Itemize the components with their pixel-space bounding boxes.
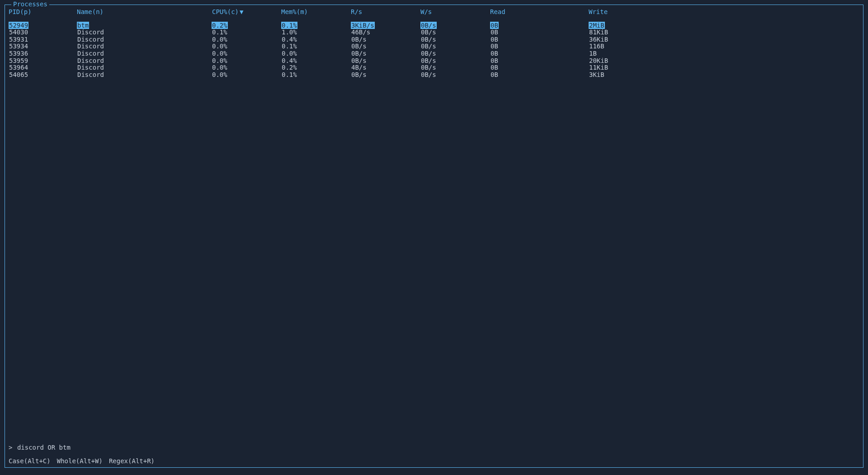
table-row[interactable]: 53959Discord0.0%0.4%0B/s0B/s0B20KiB [7,57,861,65]
cell-name: btm [77,22,212,29]
cell-read: 0B [490,57,589,64]
cell-ws: 0B/s [420,50,490,57]
table-row[interactable]: 53934Discord0.0%0.1%0B/s0B/s0B116B [7,43,861,50]
header-rs[interactable]: R/s [351,9,420,15]
search-input[interactable]: discord OR btm [17,444,71,451]
cell-read: 0B [490,22,589,29]
cell-cpu: 0.1% [212,29,281,36]
cell-mem: 0.4% [281,57,351,64]
header-write[interactable]: Write [589,9,670,15]
cell-pid: 53964 [7,64,77,71]
cell-pid: 53936 [7,50,77,57]
cell-cpu: 0.0% [212,50,281,57]
cell-ws: 0B/s [420,64,490,71]
cell-cpu: 0.0% [212,71,281,78]
cell-read: 0B [490,71,589,78]
cell-read: 0B [490,36,589,43]
cell-cpu: 0.0% [212,64,281,71]
cell-rs: 3KiB/s [351,22,420,29]
cell-write: 3KiB [589,71,670,78]
cell-cpu: 0.2% [212,22,281,29]
panel-title: Processes [11,1,49,8]
header-ws[interactable]: W/s [420,9,490,15]
cell-name: Discord [77,43,212,50]
table-row[interactable]: 53931Discord0.0%0.4%0B/s0B/s0B36KiB [7,36,861,43]
cell-pid: 54030 [7,29,77,36]
cell-name: Discord [77,36,212,43]
header-mem[interactable]: Mem%(m) [281,9,351,15]
cell-name: Discord [77,57,212,64]
cell-read: 0B [490,64,589,71]
search-prompt-icon: > [9,444,12,451]
cell-ws: 0B/s [420,57,490,64]
cell-ws: 0B/s [420,71,490,78]
cell-mem: 0.1% [281,71,351,78]
cell-write: 20KiB [589,57,670,64]
cell-mem: 0.0% [281,50,351,57]
cell-rs: 46B/s [351,29,420,36]
cell-name: Discord [77,50,212,57]
header-pid[interactable]: PID(p) [7,9,77,15]
cell-rs: 0B/s [351,71,420,78]
cell-pid: 52949 [7,22,77,29]
cell-pid: 53959 [7,57,77,64]
cell-rs: 0B/s [351,57,420,64]
table-row[interactable]: 54030Discord0.1%1.0%46B/s0B/s0B81KiB [7,29,861,36]
cell-cpu: 0.0% [212,57,281,64]
cell-rs: 4B/s [351,64,420,71]
cell-mem: 0.4% [281,36,351,43]
option-whole[interactable]: Whole(Alt+W) [57,457,103,465]
cell-rs: 0B/s [351,43,420,50]
cell-mem: 0.2% [281,64,351,71]
cell-cpu: 0.0% [212,36,281,43]
option-case[interactable]: Case(Alt+C) [9,457,51,465]
cell-write: 116B [589,43,670,50]
table-row[interactable]: 53936Discord0.0%0.0%0B/s0B/s0B1B [7,50,861,57]
cell-name: Discord [77,29,212,36]
header-name[interactable]: Name(n) [77,9,212,15]
process-table: PID(p)Name(n)CPU%(c)▼Mem%(m)R/sW/sReadWr… [7,9,861,78]
table-row[interactable]: 53964Discord0.0%0.2%4B/s0B/s0B11KiB [7,64,861,71]
cell-rs: 0B/s [351,36,420,43]
header-cpu[interactable]: CPU%(c)▼ [212,9,281,15]
cell-name: Discord [77,71,212,78]
cell-ws: 0B/s [420,36,490,43]
table-row[interactable]: 52949btm0.2%0.1%3KiB/s0B/s0B2MiB [7,22,861,29]
cell-ws: 0B/s [420,22,490,29]
header-read[interactable]: Read [490,9,589,15]
cell-write: 1B [589,50,670,57]
cell-write: 36KiB [589,36,670,43]
table-header-row: PID(p)Name(n)CPU%(c)▼Mem%(m)R/sW/sReadWr… [7,9,861,16]
cell-write: 11KiB [589,64,670,71]
search-line[interactable]: > discord OR btm [9,444,71,451]
cell-read: 0B [490,43,589,50]
cell-mem: 1.0% [281,29,351,36]
table-body: 52949btm0.2%0.1%3KiB/s0B/s0B2MiB54030Dis… [7,22,861,79]
cell-rs: 0B/s [351,50,420,57]
cell-read: 0B [490,29,589,36]
search-options: Case(Alt+C)Whole(Alt+W)Regex(Alt+R) [9,458,161,465]
cell-read: 0B [490,50,589,57]
option-regex[interactable]: Regex(Alt+R) [109,457,155,465]
sort-descending-icon: ▼ [239,8,244,15]
cell-pid: 53931 [7,36,77,43]
cell-write: 81KiB [589,29,670,36]
cell-name: Discord [77,64,212,71]
table-row[interactable]: 54065Discord0.0%0.1%0B/s0B/s0B3KiB [7,71,861,79]
cell-ws: 0B/s [420,29,490,36]
cell-ws: 0B/s [420,43,490,50]
cell-mem: 0.1% [281,22,351,29]
processes-panel: Processes PID(p)Name(n)CPU%(c)▼Mem%(m)R/… [5,5,863,468]
cell-mem: 0.1% [281,43,351,50]
cell-pid: 53934 [7,43,77,50]
cell-write: 2MiB [589,22,670,29]
cell-cpu: 0.0% [212,43,281,50]
cell-pid: 54065 [7,71,77,78]
